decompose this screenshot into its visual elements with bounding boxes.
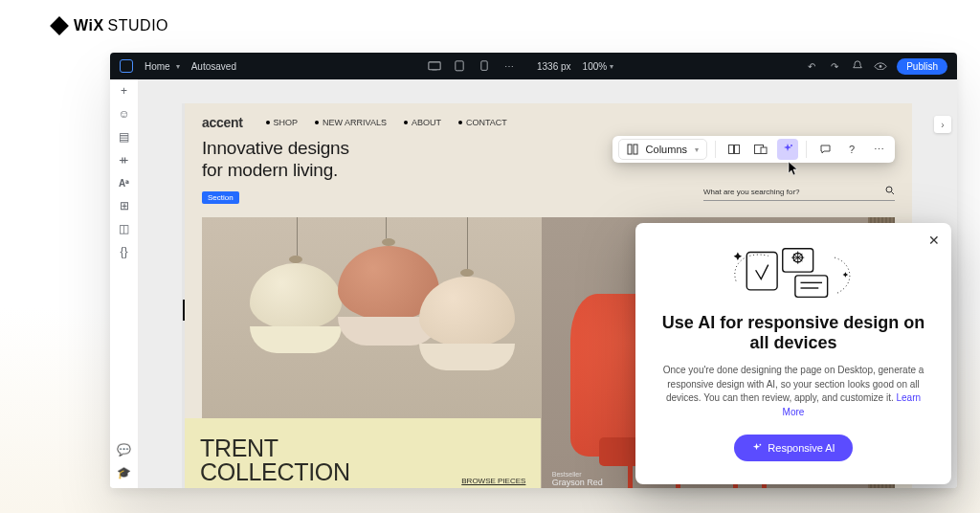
site-structure-icon[interactable]: ᚑ <box>119 154 130 166</box>
breakpoint-indicator[interactable]: › <box>934 116 951 133</box>
svg-point-11 <box>791 145 792 146</box>
left-rail: + ☺ ▤ ᚑ Aᵃ ⊞ ◫ {} 💬 🎓 <box>110 79 139 488</box>
tablet-breakpoint-icon[interactable] <box>453 59 466 73</box>
nav-about[interactable]: ABOUT <box>404 118 441 127</box>
page-label: Home <box>145 61 170 72</box>
svg-rect-7 <box>729 145 734 154</box>
learn-icon[interactable]: 🎓 <box>119 467 130 479</box>
collection-title: TRENTCOLLECTION <box>200 436 350 485</box>
section-chip[interactable]: Section <box>202 191 239 204</box>
bell-icon[interactable] <box>851 59 864 73</box>
popover-body: Once you're done designing the page on D… <box>660 364 926 419</box>
typography-icon[interactable]: Aᵃ <box>119 177 130 189</box>
svg-rect-2 <box>456 61 463 71</box>
popover-illustration <box>660 244 926 303</box>
nav-shop[interactable]: SHOP <box>266 118 299 127</box>
cms-icon[interactable]: ◫ <box>119 223 130 234</box>
comments-icon[interactable]: 💬 <box>119 444 130 456</box>
element-toolbar: Columns ▾ <box>612 136 895 163</box>
preview-eye-icon[interactable] <box>874 59 887 73</box>
svg-line-13 <box>892 192 895 195</box>
canvas-width: 1336 px <box>537 61 571 72</box>
layers-icon[interactable]: ☺ <box>119 108 130 120</box>
app-menu-icon[interactable] <box>120 59 133 73</box>
pages-icon[interactable]: ▤ <box>119 131 130 143</box>
layout-split-icon[interactable] <box>724 139 745 160</box>
svg-rect-3 <box>481 61 487 71</box>
chevron-down-icon: ▾ <box>176 62 180 71</box>
mobile-breakpoint-icon[interactable] <box>478 59 491 73</box>
comment-icon[interactable] <box>814 139 835 160</box>
top-bar: Home ▾ Autosaved ⋯ 1336 px 100%▾ ↶ ↷ <box>110 53 957 79</box>
page-selector[interactable]: Home ▾ <box>145 61 180 72</box>
apps-icon[interactable]: ⊞ <box>119 200 130 212</box>
layout-responsive-icon[interactable] <box>750 139 771 160</box>
layout-selector[interactable]: Columns ▾ <box>618 139 707 160</box>
svg-rect-17 <box>795 276 828 298</box>
svg-point-12 <box>886 187 892 192</box>
toolbar-columns-label: Columns <box>646 144 687 155</box>
svg-rect-5 <box>628 145 632 154</box>
browse-link[interactable]: BROWSE PIECES <box>461 477 525 485</box>
responsive-ai-popover: ✕ Use AI for responsive design on all de… <box>635 223 951 484</box>
site-brand[interactable]: accent <box>202 115 243 130</box>
search-placeholder: What are you searching for? <box>703 188 800 196</box>
collection-band[interactable]: TRENTCOLLECTION BROWSE PIECES <box>185 418 541 488</box>
sparkle-icon <box>751 443 762 454</box>
code-icon[interactable]: {} <box>119 246 130 257</box>
columns-icon <box>627 144 638 155</box>
redo-icon[interactable]: ↷ <box>828 59 841 73</box>
svg-rect-6 <box>634 145 637 154</box>
logo-mark <box>50 16 69 35</box>
site-search[interactable]: What are you searching for? <box>703 184 895 201</box>
svg-rect-10 <box>761 147 767 154</box>
wix-studio-logo: WiX STUDIO <box>53 17 168 34</box>
svg-rect-8 <box>735 145 740 154</box>
ai-sparkle-icon[interactable] <box>777 139 798 160</box>
add-icon[interactable]: + <box>119 85 130 97</box>
help-icon[interactable]: ? <box>841 139 862 160</box>
logo-text-studio: STUDIO <box>108 17 168 34</box>
autosave-status: Autosaved <box>191 61 236 72</box>
zoom-level[interactable]: 100%▾ <box>583 61 614 72</box>
more-icon[interactable]: ⋯ <box>868 139 889 160</box>
publish-button[interactable]: Publish <box>897 58 947 75</box>
svg-point-4 <box>880 65 882 68</box>
responsive-ai-button[interactable]: Responsive AI <box>734 435 852 461</box>
nav-contact[interactable]: CONTACT <box>458 118 507 127</box>
bestseller-caption: Bestseller Grayson Red <box>552 471 603 487</box>
svg-rect-1 <box>432 70 436 71</box>
logo-text-wix: WiX <box>74 17 104 34</box>
more-breakpoints-icon[interactable]: ⋯ <box>502 59 516 73</box>
site-header: accent SHOP NEW ARRIVALS ABOUT CONTACT <box>185 103 912 136</box>
close-icon[interactable]: ✕ <box>928 233 940 248</box>
popover-title: Use AI for responsive design on all devi… <box>660 313 926 354</box>
svg-rect-14 <box>746 252 777 289</box>
desktop-breakpoint-icon[interactable] <box>428 59 441 73</box>
undo-icon[interactable]: ↶ <box>805 59 818 73</box>
chevron-down-icon: ▾ <box>695 145 699 154</box>
search-icon <box>885 186 895 197</box>
svg-rect-0 <box>429 62 440 70</box>
svg-point-20 <box>760 443 762 445</box>
nav-new[interactable]: NEW ARRIVALS <box>315 118 387 127</box>
